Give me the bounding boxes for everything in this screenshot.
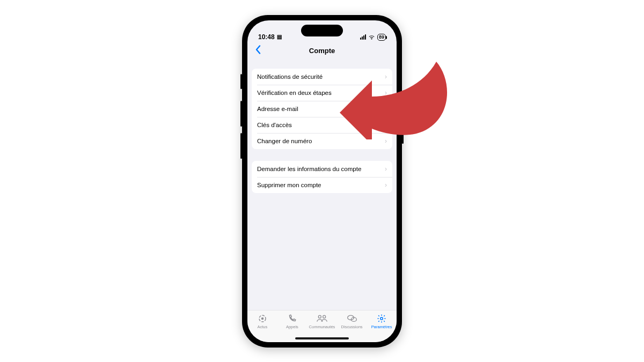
- chevron-left-icon: [255, 45, 261, 54]
- tab-label: Discussions: [341, 324, 363, 329]
- status-time: 10:48: [258, 33, 275, 41]
- phone-frame: 10:48 ▤ 89 Compte: [242, 15, 402, 348]
- tab-calls[interactable]: Appels: [277, 314, 308, 329]
- cell-label: Demander les informations du compte: [257, 166, 361, 172]
- status-ring-icon: [258, 314, 267, 323]
- cell-label: Adresse e-mail: [257, 106, 298, 112]
- settings-group-1: Notifications de sécurité › Vérification…: [252, 69, 392, 149]
- chevron-right-icon: ›: [385, 181, 387, 189]
- back-button[interactable]: [253, 42, 264, 59]
- chevron-right-icon: ›: [385, 165, 387, 173]
- wifi-icon: [368, 34, 375, 40]
- cell-two-step-verification[interactable]: Vérification en deux étapes ›: [252, 85, 392, 101]
- cell-passkeys[interactable]: Clés d'accès ›: [252, 117, 392, 133]
- screen: 10:48 ▤ 89 Compte: [247, 20, 397, 342]
- dynamic-island: [301, 25, 343, 36]
- cell-delete-account[interactable]: Supprimer mon compte ›: [252, 177, 392, 193]
- tab-label: Actus: [257, 324, 267, 329]
- cell-label: Vérification en deux étapes: [257, 90, 332, 96]
- tab-communities[interactable]: Communautés: [307, 314, 337, 329]
- volume-down-button: [240, 133, 242, 159]
- nav-bar: Compte: [247, 42, 397, 60]
- settings-group-2: Demander les informations du compte › Su…: [252, 161, 392, 193]
- chat-bubbles-icon: [347, 314, 357, 323]
- cell-change-number[interactable]: Changer de numéro ›: [252, 133, 392, 149]
- cell-request-account-info[interactable]: Demander les informations du compte ›: [252, 161, 392, 177]
- cellular-signal-icon: [360, 34, 366, 40]
- cell-label: Clés d'accès: [257, 122, 292, 128]
- page-title: Compte: [309, 47, 335, 55]
- tab-label: Communautés: [309, 324, 335, 329]
- cell-label: Supprimer mon compte: [257, 182, 321, 188]
- chevron-right-icon: ›: [385, 137, 387, 145]
- svg-point-6: [380, 317, 383, 320]
- phone-icon: [287, 314, 297, 323]
- tab-label: Paramètres: [371, 324, 392, 329]
- content-area: Notifications de sécurité › Vérification…: [247, 60, 397, 310]
- tab-label: Appels: [286, 324, 298, 329]
- mute-switch: [240, 74, 242, 89]
- chevron-right-icon: ›: [385, 73, 387, 80]
- chevron-right-icon: ›: [385, 89, 387, 97]
- tab-settings[interactable]: Paramètres: [367, 314, 397, 329]
- people-icon: [317, 314, 327, 323]
- svg-point-3: [323, 315, 326, 318]
- svg-point-2: [318, 315, 321, 318]
- cell-email-address[interactable]: Adresse e-mail ›: [252, 101, 392, 117]
- cell-label: Changer de numéro: [257, 138, 312, 144]
- svg-point-1: [261, 317, 264, 320]
- chevron-right-icon: ›: [385, 105, 387, 113]
- chevron-right-icon: ›: [385, 121, 387, 129]
- power-button: [402, 106, 404, 144]
- battery-icon: 89: [377, 34, 386, 41]
- home-indicator[interactable]: [295, 337, 349, 339]
- tab-chats[interactable]: Discussions: [337, 314, 367, 329]
- gear-icon: [377, 314, 386, 323]
- cell-security-notifications[interactable]: Notifications de sécurité ›: [252, 69, 392, 85]
- volume-up-button: [240, 101, 242, 127]
- tab-updates[interactable]: Actus: [247, 314, 277, 329]
- document-icon: ▤: [277, 34, 282, 40]
- cell-label: Notifications de sécurité: [257, 73, 323, 80]
